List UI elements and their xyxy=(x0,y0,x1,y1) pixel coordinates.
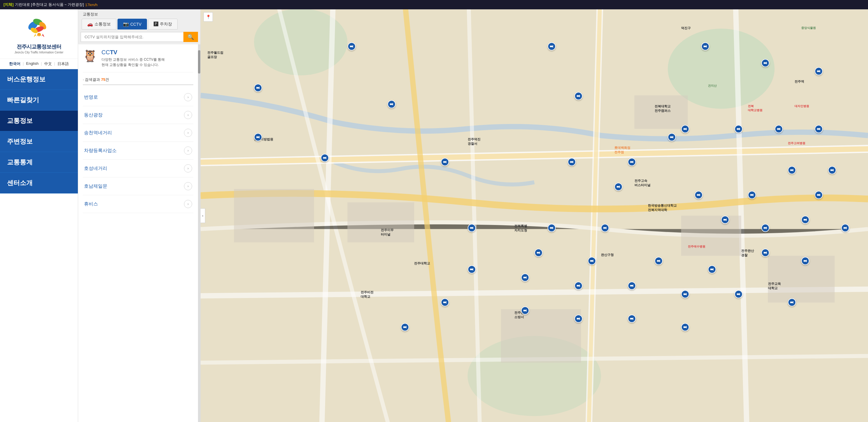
lang-english[interactable]: English xyxy=(26,61,38,66)
parking-icon: 🅿 xyxy=(154,22,158,27)
lang-japanese[interactable]: 日本語 xyxy=(57,61,69,66)
svg-marker-58 xyxy=(699,194,700,196)
cctv-marker[interactable] xyxy=(735,290,743,298)
svg-rect-59 xyxy=(750,194,752,196)
svg-rect-101 xyxy=(523,310,526,311)
cctv-marker[interactable] xyxy=(521,274,529,282)
cctv-marker[interactable] xyxy=(441,298,449,306)
cctv-marker[interactable] xyxy=(321,154,329,162)
svg-marker-20 xyxy=(706,45,707,48)
panel-content: 🦉 CCTV 다양한 교통정보 서비스 중 CCTV를 통해 현재 교통상황을 … xyxy=(78,45,198,422)
nav-nearby[interactable]: 주변정보 xyxy=(0,131,78,152)
cctv-marker[interactable] xyxy=(614,183,622,191)
lang-chinese[interactable]: 中文 xyxy=(44,61,52,66)
map-location-button[interactable]: 📍 xyxy=(204,12,213,22)
cctv-marker[interactable] xyxy=(575,315,583,323)
cctv-marker[interactable] xyxy=(815,125,823,133)
svg-marker-24 xyxy=(819,70,820,73)
cctv-marker[interactable] xyxy=(534,249,542,257)
list-item[interactable]: 차량등록사업소 › xyxy=(83,142,193,160)
list-item[interactable]: 휴비스 › xyxy=(83,195,193,213)
cctv-marker[interactable] xyxy=(681,125,689,133)
tab-header: 교통정보 🚗 소통정보 📷 CCTV 🅿 주차장 xyxy=(78,9,200,29)
svg-marker-108 xyxy=(686,326,687,328)
svg-marker-110 xyxy=(445,301,446,304)
svg-rect-23 xyxy=(817,70,819,72)
cctv-marker[interactable] xyxy=(441,158,449,166)
nav-traffic[interactable]: 교통정보 xyxy=(0,111,78,131)
list-item[interactable]: 송천역네거리 › xyxy=(83,124,193,142)
cctv-marker[interactable] xyxy=(575,282,583,290)
tab-cctv[interactable]: 📷 CCTV xyxy=(118,19,147,29)
svg-rect-103 xyxy=(577,318,579,319)
map-collapse-button[interactable]: ‹ xyxy=(200,208,205,223)
cctv-marker[interactable] xyxy=(521,306,529,315)
svg-rect-33 xyxy=(737,128,739,130)
list-item[interactable]: 호성네거리 › xyxy=(83,160,193,177)
alert-speed: 17km/h xyxy=(85,3,98,7)
search-input[interactable] xyxy=(81,32,183,42)
cctv-marker[interactable] xyxy=(761,224,770,232)
cctv-marker[interactable] xyxy=(761,249,770,257)
lang-korean[interactable]: 한국어 xyxy=(9,61,21,66)
list-item[interactable]: 번영로 › xyxy=(83,88,193,106)
cctv-marker[interactable] xyxy=(588,257,596,265)
map-area: 📍 ‹ 덕진구 건지산 중앙식물원 전주역 전주월드컵골프장 전북대학교전주캠퍼… xyxy=(200,9,868,422)
sidebar: 전주시교통정보센터 JeonJu City Traffic Informatio… xyxy=(0,9,78,422)
cctv-marker[interactable] xyxy=(815,67,823,75)
cctv-marker[interactable] xyxy=(347,42,356,51)
cctv-marker[interactable] xyxy=(681,290,689,298)
cctv-marker[interactable] xyxy=(735,125,743,133)
nav-about[interactable]: 센터소개 xyxy=(0,173,78,194)
cctv-marker[interactable] xyxy=(708,265,716,274)
svg-rect-45 xyxy=(570,161,572,163)
tab-traffic[interactable]: 🚗 소통정보 xyxy=(82,19,116,29)
cctv-marker[interactable] xyxy=(468,224,476,232)
nav-route[interactable]: 빠른길찾기 xyxy=(0,90,78,111)
svg-rect-17 xyxy=(550,46,552,47)
list-item[interactable]: 동산광장 › xyxy=(83,106,193,124)
cctv-marker[interactable] xyxy=(761,59,770,67)
cctv-marker[interactable] xyxy=(775,125,783,133)
cctv-marker[interactable] xyxy=(788,298,796,306)
cctv-marker[interactable] xyxy=(655,257,663,265)
scrollbar[interactable] xyxy=(198,45,200,422)
svg-marker-26 xyxy=(259,86,259,89)
cctv-marker[interactable] xyxy=(801,216,809,224)
cctv-marker[interactable] xyxy=(828,166,836,174)
cctv-marker[interactable] xyxy=(815,191,823,199)
cctv-marker[interactable] xyxy=(681,323,689,331)
cctv-marker[interactable] xyxy=(694,191,703,199)
logo-svg xyxy=(25,16,54,40)
svg-marker-66 xyxy=(766,227,767,229)
cctv-marker[interactable] xyxy=(701,42,709,51)
search-button[interactable]: 🔍 xyxy=(183,32,198,42)
svg-marker-82 xyxy=(712,268,713,271)
svg-rect-15 xyxy=(350,46,352,47)
svg-marker-48 xyxy=(632,161,633,163)
svg-rect-85 xyxy=(804,260,806,262)
cctv-marker[interactable] xyxy=(575,92,583,100)
cctv-marker[interactable] xyxy=(401,323,409,331)
alert-message: 기린대로 [추천대교 동서식품 ~ 가련광장] xyxy=(15,2,84,7)
alert-bar: [지체] 기린대로 [추천대교 동서식품 ~ 가련광장] 17km/h xyxy=(0,0,868,9)
cctv-marker[interactable] xyxy=(254,84,262,92)
svg-rect-73 xyxy=(603,227,606,229)
tab-traffic-label: 소통정보 xyxy=(94,22,111,27)
svg-marker-106 xyxy=(632,317,633,320)
cctv-marker[interactable] xyxy=(568,158,576,166)
tab-parking[interactable]: 🅿 주차장 xyxy=(148,19,178,29)
nav-stats[interactable]: 교통통계 xyxy=(0,152,78,173)
svg-marker-112 xyxy=(405,326,406,328)
cctv-marker[interactable] xyxy=(468,265,476,274)
cctv-marker[interactable] xyxy=(388,100,396,108)
svg-rect-83 xyxy=(764,252,766,254)
svg-rect-63 xyxy=(724,219,726,221)
cctv-marker[interactable] xyxy=(748,191,756,199)
cctv-marker[interactable] xyxy=(628,158,636,166)
scroll-thumb[interactable] xyxy=(198,50,200,74)
nav-bus[interactable]: 버스운행정보 xyxy=(0,69,78,90)
cctv-marker[interactable] xyxy=(628,282,636,290)
list-item[interactable]: 호남제일문 › xyxy=(83,177,193,195)
chevron-right-icon: › xyxy=(184,111,192,119)
